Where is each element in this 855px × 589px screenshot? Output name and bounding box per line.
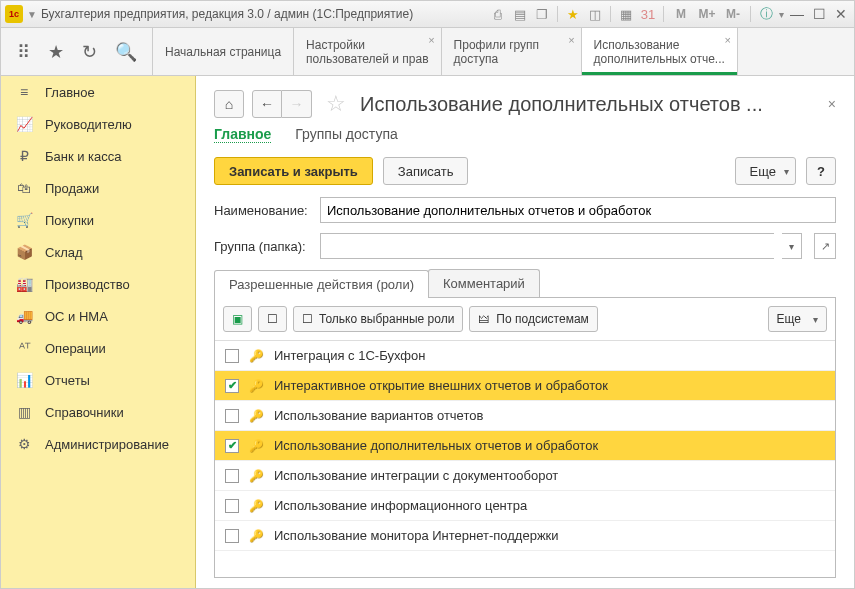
- print-icon[interactable]: ⎙: [489, 7, 507, 22]
- tab-comment[interactable]: Комментарий: [428, 269, 540, 297]
- window-title: Бухгалтерия предприятия, редакция 3.0 / …: [41, 7, 413, 21]
- info-dropdown-icon[interactable]: ▾: [779, 9, 784, 20]
- role-row[interactable]: 🔑Использование вариантов отчетов: [215, 401, 835, 431]
- key-icon: 🔑: [249, 349, 264, 363]
- role-row[interactable]: 🔑Использование монитора Интернет-поддерж…: [215, 521, 835, 551]
- memory-m-button[interactable]: M: [670, 7, 692, 21]
- sidebar-item[interactable]: ᴬᵀОперации: [1, 332, 195, 364]
- sidebar-item[interactable]: 🛒Покупки: [1, 204, 195, 236]
- sidebar-item-icon: 🛒: [15, 212, 33, 228]
- role-checkbox[interactable]: [225, 469, 239, 483]
- name-input[interactable]: [320, 197, 836, 223]
- sidebar-item[interactable]: 📦Склад: [1, 236, 195, 268]
- memory-mminus-button[interactable]: M-: [722, 7, 744, 21]
- role-label: Интеграция с 1С-Бухфон: [274, 348, 425, 363]
- sidebar: ≡Главное📈Руководителю₽Банк и касса🛍Прода…: [1, 76, 196, 588]
- tab-close-icon[interactable]: ×: [428, 34, 434, 46]
- sidebar-item-icon: ≡: [15, 84, 33, 100]
- role-row[interactable]: 🔑Использование интеграции с документообо…: [215, 461, 835, 491]
- role-checkbox[interactable]: [225, 439, 239, 453]
- tab-label-line2: доступа: [454, 52, 569, 66]
- key-icon: 🔑: [249, 529, 264, 543]
- history-icon[interactable]: ↻: [82, 41, 97, 63]
- sidebar-item[interactable]: 🏭Производство: [1, 268, 195, 300]
- role-label: Использование дополнительных отчетов и о…: [274, 438, 598, 453]
- select-all-button[interactable]: ▣: [223, 306, 252, 332]
- group-open-icon[interactable]: ↗: [814, 233, 836, 259]
- sidebar-item[interactable]: ▥Справочники: [1, 396, 195, 428]
- deselect-all-button[interactable]: ☐: [258, 306, 287, 332]
- maximize-button[interactable]: ☐: [810, 6, 828, 22]
- role-checkbox[interactable]: [225, 379, 239, 393]
- tab-additional-reports[interactable]: Использование дополнительных отче... ×: [582, 28, 738, 75]
- info-icon[interactable]: ⓘ: [757, 5, 775, 23]
- role-row[interactable]: 🔑Интерактивное открытие внешних отчетов …: [215, 371, 835, 401]
- select-all-icon: ▣: [232, 312, 243, 326]
- sidebar-item[interactable]: 📈Руководителю: [1, 108, 195, 140]
- sidebar-item[interactable]: ≡Главное: [1, 76, 195, 108]
- tab-label-line1: Профили групп: [454, 38, 569, 52]
- sidebar-item-icon: 📊: [15, 372, 33, 388]
- sidebar-item-icon: ▥: [15, 404, 33, 420]
- role-checkbox[interactable]: [225, 409, 239, 423]
- copy-icon[interactable]: ❐: [533, 7, 551, 22]
- sidebar-item-label: Операции: [45, 341, 106, 356]
- more-button[interactable]: Еще: [735, 157, 796, 185]
- sidebar-item-icon: 🏭: [15, 276, 33, 292]
- role-row[interactable]: 🔑Использование дополнительных отчетов и …: [215, 431, 835, 461]
- sidebar-item[interactable]: ⚙Администрирование: [1, 428, 195, 460]
- group-dropdown-icon[interactable]: ▾: [782, 233, 802, 259]
- sidebar-item-label: Банк и касса: [45, 149, 122, 164]
- tab-user-settings[interactable]: Настройки пользователей и прав ×: [294, 28, 441, 75]
- minimize-button[interactable]: —: [788, 6, 806, 22]
- subtab-main[interactable]: Главное: [214, 126, 271, 143]
- deselect-all-icon: ☐: [267, 312, 278, 326]
- star-icon[interactable]: ★: [564, 7, 582, 22]
- role-checkbox[interactable]: [225, 349, 239, 363]
- tool-icon[interactable]: ◫: [586, 7, 604, 22]
- tab-roles[interactable]: Разрешенные действия (роли): [214, 270, 429, 298]
- help-button[interactable]: ?: [806, 157, 836, 185]
- home-button[interactable]: ⌂: [214, 90, 244, 118]
- calendar-icon[interactable]: 31: [639, 7, 657, 22]
- search-icon[interactable]: 🔍: [115, 41, 137, 63]
- roles-more-button[interactable]: Еще▾: [768, 306, 827, 332]
- role-label: Интерактивное открытие внешних отчетов и…: [274, 378, 608, 393]
- favorite-star-icon[interactable]: ☆: [326, 91, 346, 117]
- sidebar-item[interactable]: 📊Отчеты: [1, 364, 195, 396]
- role-label: Использование вариантов отчетов: [274, 408, 483, 423]
- role-label: Использование информационного центра: [274, 498, 527, 513]
- doc-icon[interactable]: ▤: [511, 7, 529, 22]
- role-checkbox[interactable]: [225, 529, 239, 543]
- nav-forward-button[interactable]: →: [282, 90, 312, 118]
- save-button[interactable]: Записать: [383, 157, 469, 185]
- only-selected-button[interactable]: ☐Только выбранные роли: [293, 306, 463, 332]
- role-row[interactable]: 🔑Использование информационного центра: [215, 491, 835, 521]
- app-menu-dropdown-icon[interactable]: ▼: [27, 9, 37, 20]
- favorite-icon[interactable]: ★: [48, 41, 64, 63]
- top-toolbar: ⠿ ★ ↻ 🔍 Начальная страница Настройки пол…: [0, 28, 855, 76]
- app-logo-icon: 1c: [5, 5, 23, 23]
- tab-home[interactable]: Начальная страница: [153, 28, 294, 75]
- memory-mplus-button[interactable]: M+: [696, 7, 718, 21]
- sidebar-item[interactable]: ₽Банк и касса: [1, 140, 195, 172]
- subtab-groups[interactable]: Группы доступа: [295, 126, 397, 143]
- sidebar-item[interactable]: 🛍Продажи: [1, 172, 195, 204]
- sidebar-item-label: Продажи: [45, 181, 99, 196]
- tab-close-icon[interactable]: ×: [568, 34, 574, 46]
- role-row[interactable]: 🔑Интеграция с 1С-Бухфон: [215, 341, 835, 371]
- apps-icon[interactable]: ⠿: [17, 41, 30, 63]
- role-checkbox[interactable]: [225, 499, 239, 513]
- close-button[interactable]: ✕: [832, 6, 850, 22]
- tab-close-icon[interactable]: ×: [724, 34, 730, 46]
- tab-label-line1: Настройки: [306, 38, 428, 52]
- by-subsystems-button[interactable]: 🜲По подсистемам: [469, 306, 597, 332]
- group-input[interactable]: [320, 233, 774, 259]
- page-close-icon[interactable]: ×: [828, 96, 836, 112]
- sidebar-item[interactable]: 🚚ОС и НМА: [1, 300, 195, 332]
- nav-back-button[interactable]: ←: [252, 90, 282, 118]
- calc-icon[interactable]: ▦: [617, 7, 635, 22]
- sidebar-item-icon: 📈: [15, 116, 33, 132]
- tab-access-profiles[interactable]: Профили групп доступа ×: [442, 28, 582, 75]
- save-and-close-button[interactable]: Записать и закрыть: [214, 157, 373, 185]
